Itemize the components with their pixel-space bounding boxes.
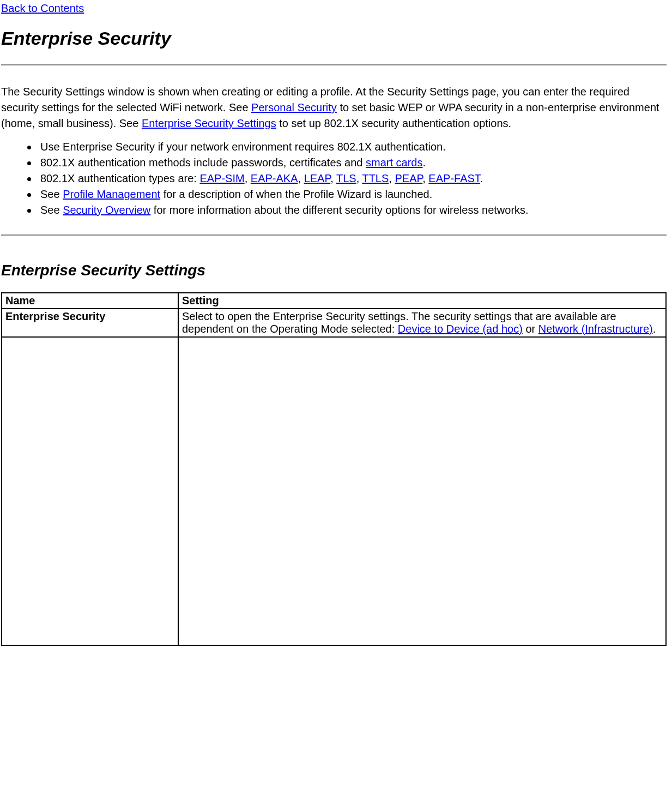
security-overview-link[interactable]: Security Overview <box>63 204 150 216</box>
sep: , <box>245 172 251 184</box>
intro-paragraph: The Security Settings window is shown wh… <box>1 84 667 131</box>
intro-text-3: to set up 802.1X security authentication… <box>276 117 511 129</box>
list-item: Use Enterprise Security if your network … <box>40 139 667 155</box>
sep: , <box>330 172 336 184</box>
table-row <box>2 337 666 646</box>
table-cell-setting: Select to open the Enterprise Security s… <box>178 309 666 337</box>
bullet-1-text: Use Enterprise Security if your network … <box>40 141 446 153</box>
list-item: See Profile Management for a description… <box>40 187 667 202</box>
peap-link[interactable]: PEAP <box>395 172 422 184</box>
sep: , <box>298 172 304 184</box>
list-item: 802.1X authentication types are: EAP-SIM… <box>40 171 667 187</box>
enterprise-security-settings-link[interactable]: Enterprise Security Settings <box>142 117 276 129</box>
list-item: 802.1X authentication methods include pa… <box>40 155 667 171</box>
eap-fast-link[interactable]: EAP-FAST <box>428 172 480 184</box>
ttls-link[interactable]: TTLS <box>362 172 389 184</box>
table-header-name: Name <box>2 293 178 309</box>
table-cell-name: Enterprise Security <box>2 309 178 337</box>
leap-link[interactable]: LEAP <box>304 172 331 184</box>
back-to-contents-link[interactable]: Back to Contents <box>1 2 84 14</box>
eap-aka-link[interactable]: EAP-AKA <box>251 172 298 184</box>
bullet-3-text-a: 802.1X authentication types are: <box>40 172 199 184</box>
bullet-5-text-a: See <box>40 204 63 216</box>
list-item: See Security Overview for more informati… <box>40 202 667 218</box>
bullet-3-end: . <box>480 172 483 184</box>
bullet-4-text-a: See <box>40 188 63 200</box>
tls-link[interactable]: TLS <box>336 172 356 184</box>
profile-management-link[interactable]: Profile Management <box>63 188 160 200</box>
section-title: Enterprise Security Settings <box>1 262 667 279</box>
bullet-list: Use Enterprise Security if your network … <box>1 139 667 218</box>
device-to-device-link[interactable]: Device to Device (ad hoc) <box>398 323 523 335</box>
setting-text-mid: or <box>523 323 538 335</box>
table-cell-empty-setting <box>178 337 666 646</box>
page-title: Enterprise Security <box>1 28 667 49</box>
table-cell-empty-name <box>2 337 178 646</box>
table-row: Enterprise Security Select to open the E… <box>2 309 666 337</box>
bullet-2-text-a: 802.1X authentication methods include pa… <box>40 157 366 169</box>
horizontal-rule <box>1 234 667 236</box>
smart-cards-link[interactable]: smart cards <box>366 157 422 169</box>
eap-sim-link[interactable]: EAP-SIM <box>199 172 244 184</box>
network-infrastructure-link[interactable]: Network (Infrastructure) <box>538 323 653 335</box>
sep: , <box>389 172 395 184</box>
sep: , <box>422 172 428 184</box>
bullet-5-text-b: for more information about the different… <box>150 204 528 216</box>
settings-table: Name Setting Enterprise Security Select … <box>1 292 667 646</box>
bullet-4-text-b: for a description of when the Profile Wi… <box>160 188 432 200</box>
table-header-row: Name Setting <box>2 293 666 309</box>
sep: , <box>356 172 362 184</box>
table-header-setting: Setting <box>178 293 666 309</box>
bullet-2-text-b: . <box>423 157 426 169</box>
horizontal-rule <box>1 64 667 65</box>
personal-security-link[interactable]: Personal Security <box>251 101 337 113</box>
setting-text-end: . <box>653 323 656 335</box>
